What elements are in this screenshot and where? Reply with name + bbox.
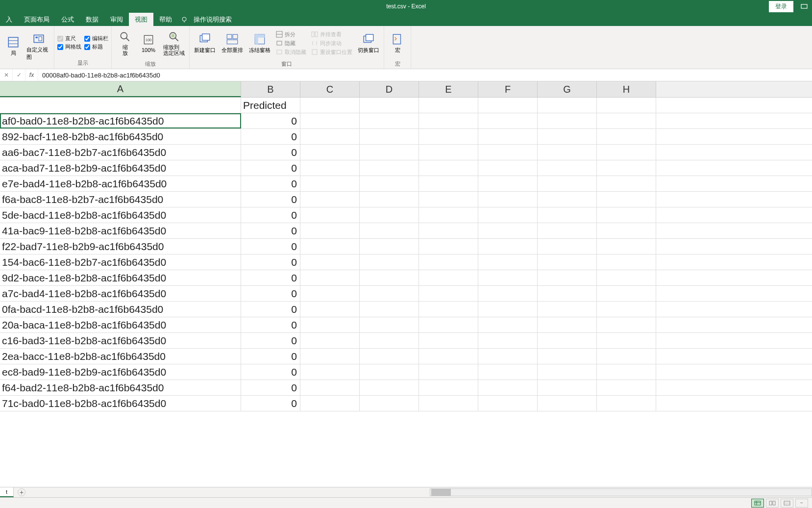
cell-E[interactable] [419,380,478,395]
cell-B[interactable]: 0 [241,113,300,128]
tab-view[interactable]: 视图 [129,13,153,26]
cell-C[interactable] [300,333,360,348]
gridlines-checkbox[interactable]: 网格线 [57,43,81,51]
cell-B[interactable]: 0 [241,270,300,285]
cell-F[interactable] [478,349,538,364]
cell-A1[interactable] [0,98,241,113]
cell-B[interactable]: 0 [241,286,300,301]
cell-G[interactable] [538,396,597,411]
tab-help[interactable]: 帮助 [153,13,178,26]
cell-E[interactable] [419,223,478,238]
col-header-B[interactable]: B [241,81,300,97]
cell-B[interactable]: 0 [241,207,300,223]
cell-B[interactable]: 0 [241,239,300,254]
cell-H[interactable] [597,223,656,238]
col-header-C[interactable]: C [300,81,360,97]
cell-C[interactable] [300,254,360,270]
hide-button[interactable]: 隐藏 [275,39,307,48]
cell-B1[interactable]: Predicted [241,98,300,113]
cell-C1[interactable] [300,98,360,113]
cell-A[interactable]: c16-bad3-11e8-b2b8-ac1f6b6435d0 [0,333,241,348]
cell-G[interactable] [538,239,597,254]
cell-B[interactable]: 0 [241,380,300,395]
fx-icon[interactable]: fx [25,69,38,81]
tab-review[interactable]: 审阅 [104,13,129,26]
cell-H[interactable] [597,270,656,285]
cell-C[interactable] [300,113,360,128]
cell-A[interactable]: af0-bad0-11e8-b2b8-ac1f6b6435d0 [0,113,241,128]
cell-H[interactable] [597,380,656,395]
add-sheet-icon[interactable]: + [18,488,25,496]
cell-D[interactable] [360,302,419,317]
cell-D[interactable] [360,192,419,207]
cell-D[interactable] [360,270,419,285]
cell-G[interactable] [538,317,597,332]
cell-E[interactable] [419,302,478,317]
cell-E[interactable] [419,192,478,207]
zoom-100-button[interactable]: 100 100% [138,27,159,59]
col-header-D[interactable]: D [360,81,419,97]
cell-H[interactable] [597,176,656,191]
cell-F[interactable] [478,129,538,144]
cell-B[interactable]: 0 [241,333,300,348]
cell-F[interactable] [478,254,538,270]
tab-data[interactable]: 数据 [80,13,104,26]
tab-formulas[interactable]: 公式 [55,13,80,26]
cell-C[interactable] [300,129,360,144]
cell-F[interactable] [478,176,538,191]
cell-C[interactable] [300,302,360,317]
cell-B[interactable]: 0 [241,349,300,364]
cell-F[interactable] [478,223,538,238]
cell-A[interactable]: 892-bacf-11e8-b2b8-ac1f6b6435d0 [0,129,241,144]
col-header-A[interactable]: A [0,81,241,97]
cell-D1[interactable] [360,98,419,113]
cell-F[interactable] [478,192,538,207]
cell-D[interactable] [360,396,419,411]
tab-insert[interactable]: 入 [0,13,18,26]
cell-F[interactable] [478,317,538,332]
cell-F[interactable] [478,270,538,285]
cell-H[interactable] [597,317,656,332]
cell-F1[interactable] [478,98,538,113]
sheet-tab[interactable]: t [0,487,14,497]
ribbon-display-options-icon[interactable] [796,0,812,13]
cell-G[interactable] [538,192,597,207]
formula-input[interactable]: 00008af0-bad0-11e8-b2b8-ac1f6b6435d0 [38,72,812,79]
cell-D[interactable] [360,317,419,332]
cell-F[interactable] [478,207,538,223]
col-header-H[interactable]: H [597,81,656,97]
cell-A[interactable]: 20a-baca-11e8-b2b8-ac1f6b6435d0 [0,317,241,332]
cell-G[interactable] [538,254,597,270]
cell-E[interactable] [419,396,478,411]
cell-D[interactable] [360,145,419,160]
cell-G1[interactable] [538,98,597,113]
cell-G[interactable] [538,223,597,238]
cell-E[interactable] [419,286,478,301]
cell-D[interactable] [360,129,419,144]
hscroll-thumb[interactable] [431,489,451,496]
cell-F[interactable] [478,364,538,380]
cell-D[interactable] [360,364,419,380]
cell-A[interactable]: e7e-bad4-11e8-b2b8-ac1f6b6435d0 [0,176,241,191]
cell-G[interactable] [538,286,597,301]
new-window-button[interactable]: 新建窗口 [193,27,217,59]
cell-H[interactable] [597,160,656,176]
custom-views-button[interactable]: 自定义视图 [26,30,51,63]
cell-C[interactable] [300,176,360,191]
page-layout-view-icon[interactable] [766,499,779,508]
cell-G[interactable] [538,364,597,380]
cell-E[interactable] [419,145,478,160]
cell-C[interactable] [300,192,360,207]
cell-C[interactable] [300,317,360,332]
horizontal-scrollbar[interactable] [430,488,812,496]
cell-F[interactable] [478,160,538,176]
cell-D[interactable] [360,207,419,223]
cell-B[interactable]: 0 [241,129,300,144]
cancel-icon[interactable]: ✕ [0,69,13,81]
cell-B[interactable]: 0 [241,302,300,317]
split-button[interactable]: 拆分 [275,30,307,39]
login-button[interactable]: 登录 [769,1,793,12]
cell-G[interactable] [538,302,597,317]
cell-D[interactable] [360,254,419,270]
cell-H[interactable] [597,239,656,254]
